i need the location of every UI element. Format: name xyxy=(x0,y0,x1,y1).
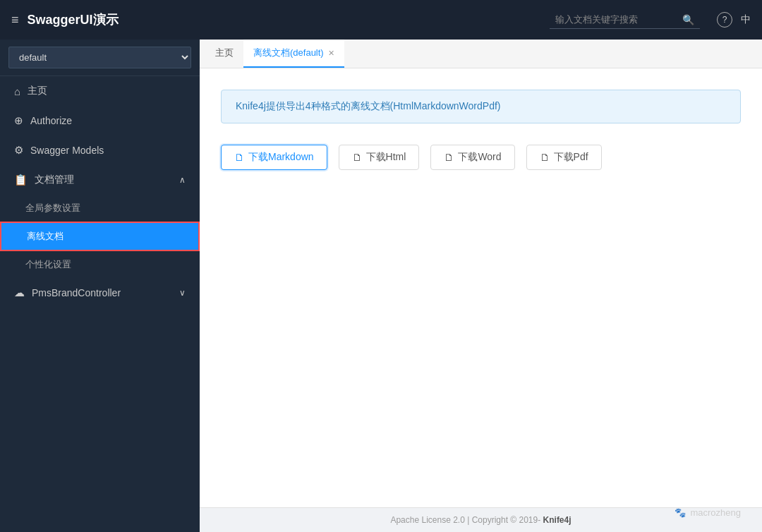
search-icon[interactable]: 🔍 xyxy=(682,14,694,25)
pdf-file-icon: 🗋 xyxy=(540,152,550,163)
sidebar-item-home-label: 主页 xyxy=(28,85,47,97)
sidebar-item-home[interactable]: ⌂ 主页 xyxy=(0,76,200,106)
sidebar-item-swagger-models-label: Swagger Models xyxy=(30,145,104,156)
download-buttons-group: 🗋 下载Markdown 🗋 下载Html 🗋 下载Word 🗋 下载Pdf xyxy=(221,145,741,170)
download-markdown-label: 下载Markdown xyxy=(248,151,314,164)
help-icon[interactable]: ? xyxy=(717,12,732,28)
download-html-button[interactable]: 🗋 下载Html xyxy=(339,145,420,170)
app-header: ≡ SwaggerUI演示 🔍 ? 中 xyxy=(0,0,762,40)
doc-management-arrow: ∧ xyxy=(179,175,186,185)
sidebar-group-pms-brand[interactable]: ☁ PmsBrandController ∨ xyxy=(0,278,200,308)
doc-management-icon: 📋 xyxy=(14,174,28,186)
search-input[interactable] xyxy=(555,14,682,25)
swagger-models-icon: ⚙ xyxy=(14,144,23,157)
download-pdf-button[interactable]: 🗋 下载Pdf xyxy=(526,145,602,170)
api-select[interactable]: default xyxy=(8,47,191,68)
watermark-icon: 🐾 xyxy=(675,507,686,518)
sidebar-item-personalization[interactable]: 个性化设置 xyxy=(0,251,200,278)
authorize-icon: ⊕ xyxy=(14,114,23,127)
sidebar-item-global-params[interactable]: 全局参数设置 xyxy=(0,195,200,222)
download-word-button[interactable]: 🗋 下载Word xyxy=(430,145,514,170)
footer-brand: Knife4j xyxy=(543,515,572,525)
sidebar-group-doc-management[interactable]: 📋 文档管理 ∧ xyxy=(0,165,200,195)
search-bar: 🔍 xyxy=(550,11,700,29)
tab-offline-label: 离线文档(default) xyxy=(253,47,324,59)
download-word-label: 下载Word xyxy=(458,151,501,164)
sidebar-item-authorize-label: Authorize xyxy=(30,115,72,126)
tab-home[interactable]: 主页 xyxy=(205,40,243,68)
app-footer: Apache License 2.0 | Copyright © 2019- K… xyxy=(200,507,762,532)
info-banner: Knife4j提供导出4种格式的离线文档(HtmlMarkdownWordPdf… xyxy=(221,90,741,123)
tab-offline-close[interactable]: ✕ xyxy=(328,49,334,58)
sidebar: default ⌂ 主页 ⊕ Authorize ⚙ Swagger Model… xyxy=(0,40,200,532)
sidebar-item-authorize[interactable]: ⊕ Authorize xyxy=(0,106,200,135)
main-content: Knife4j提供导出4种格式的离线文档(HtmlMarkdownWordPdf… xyxy=(200,68,762,507)
sidebar-group-doc-label: 文档管理 xyxy=(35,174,74,186)
tab-bar: 主页 离线文档(default) ✕ xyxy=(200,40,762,68)
sidebar-group-pms-brand-label: PmsBrandController xyxy=(32,287,121,298)
home-icon: ⌂ xyxy=(14,85,20,97)
watermark: 🐾 macrozheng xyxy=(675,507,741,518)
download-markdown-button[interactable]: 🗋 下载Markdown xyxy=(221,145,327,170)
sidebar-item-swagger-models[interactable]: ⚙ Swagger Models xyxy=(0,135,200,165)
app-title: SwaggerUI演示 xyxy=(28,11,550,28)
html-file-icon: 🗋 xyxy=(352,152,362,163)
download-html-label: 下载Html xyxy=(366,151,406,164)
markdown-file-icon: 🗋 xyxy=(234,152,244,163)
menu-icon[interactable]: ≡ xyxy=(11,13,19,28)
tab-home-label: 主页 xyxy=(215,47,234,59)
watermark-text: macrozheng xyxy=(690,507,741,518)
api-select-wrap: default xyxy=(0,40,200,76)
footer-text: Apache License 2.0 | Copyright © 2019- xyxy=(390,515,540,525)
word-file-icon: 🗋 xyxy=(444,152,454,163)
tab-offline[interactable]: 离线文档(default) ✕ xyxy=(243,40,344,68)
language-toggle[interactable]: 中 xyxy=(741,13,751,26)
main-panel: 主页 离线文档(default) ✕ Knife4j提供导出4种格式的离线文档(… xyxy=(200,40,762,532)
sidebar-item-offline-docs[interactable]: 离线文档 xyxy=(0,222,200,251)
pms-brand-arrow: ∨ xyxy=(179,288,186,298)
download-pdf-label: 下载Pdf xyxy=(554,151,588,164)
pms-brand-icon: ☁ xyxy=(14,286,25,299)
